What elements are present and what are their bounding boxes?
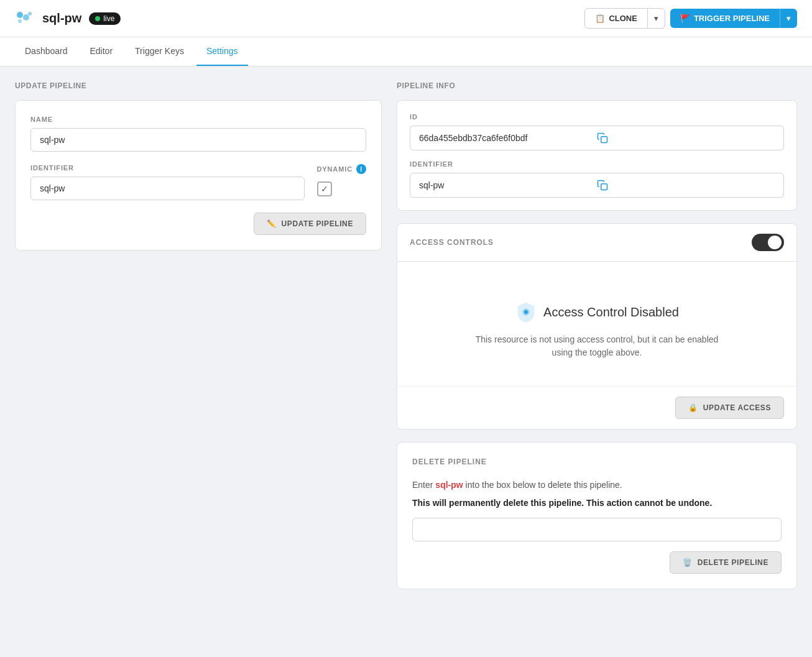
delete-pipeline-desc: Enter sql-pw into the box below to delet… xyxy=(412,479,782,492)
dynamic-field-group: DYNAMIC i ✓ xyxy=(317,164,367,196)
delete-pipeline-label: DELETE PIPELINE xyxy=(698,558,768,567)
access-controls-title: ACCESS CONTROLS xyxy=(410,238,494,247)
clone-button[interactable]: 📋 CLONE xyxy=(585,9,648,28)
update-pipeline-label: UPDATE PIPELINE xyxy=(282,219,353,228)
pipeline-identifier-value-row: sql-pw xyxy=(410,173,784,198)
trash-icon: 🗑️ xyxy=(683,558,693,567)
pipeline-id-label: ID xyxy=(410,113,784,121)
tab-dashboard[interactable]: Dashboard xyxy=(15,37,78,66)
access-disabled-icon-row: Access Control Disabled xyxy=(515,301,679,323)
dynamic-label: DYNAMIC i xyxy=(317,164,367,174)
left-panel: UPDATE PIPELINE NAME IDENTIFIER DYNAMIC … xyxy=(15,81,382,640)
chevron-down-icon-trigger: ▾ xyxy=(787,14,791,23)
trigger-pipeline-button[interactable]: 🚩 TRIGGER PIPELINE xyxy=(670,9,780,28)
pipeline-info-section: PIPELINE INFO ID 66da455ebdb37ca6fe6f0bd… xyxy=(397,81,797,211)
clone-label: CLONE xyxy=(609,14,637,23)
name-field-group: NAME xyxy=(30,116,366,152)
dynamic-checkbox[interactable]: ✓ xyxy=(317,181,332,196)
edit-icon: ✏️ xyxy=(267,219,277,228)
app-title: sql-pw xyxy=(42,11,81,25)
live-label: live xyxy=(103,14,114,23)
identifier-field-group: IDENTIFIER xyxy=(30,164,305,200)
pipeline-identifier-label: IDENTIFIER xyxy=(410,160,784,168)
pipeline-identifier-value: sql-pw xyxy=(419,180,597,190)
pipeline-id-field: ID 66da455ebdb37ca6fe6f0bdf xyxy=(410,113,784,150)
pipeline-id-value: 66da455ebdb37ca6fe6f0bdf xyxy=(419,133,597,143)
clone-chevron-button[interactable]: ▾ xyxy=(648,9,665,28)
main-content: UPDATE PIPELINE NAME IDENTIFIER DYNAMIC … xyxy=(0,67,812,655)
pipeline-id-value-row: 66da455ebdb37ca6fe6f0bdf xyxy=(410,126,784,150)
live-indicator xyxy=(95,16,100,21)
access-icon: 🔒 xyxy=(688,403,698,412)
toggle-slider xyxy=(752,234,784,251)
pipeline-info-card: ID 66da455ebdb37ca6fe6f0bdf IDENTIFIER xyxy=(397,100,797,211)
header: sql-pw live 📋 CLONE ▾ 🚩 TRIGGER PIPELINE… xyxy=(0,0,812,37)
access-controls-footer: 🔒 UPDATE ACCESS xyxy=(397,386,796,429)
delete-pipeline-button[interactable]: 🗑️ DELETE PIPELINE xyxy=(670,551,782,574)
delete-pipeline-section: DELETE PIPELINE Enter sql-pw into the bo… xyxy=(397,442,797,589)
access-controls-body: Access Control Disabled This resource is… xyxy=(397,262,796,386)
live-badge: live xyxy=(89,12,121,25)
update-access-label: UPDATE ACCESS xyxy=(703,403,771,412)
header-left: sql-pw live xyxy=(15,9,121,29)
header-right: 📋 CLONE ▾ 🚩 TRIGGER PIPELINE ▾ xyxy=(584,8,797,29)
access-disabled-desc: This resource is not using access contro… xyxy=(473,333,721,359)
svg-point-1 xyxy=(23,14,29,21)
nav-tabs: Dashboard Editor Trigger Keys Settings xyxy=(0,37,812,67)
trigger-chevron-button[interactable]: ▾ xyxy=(780,9,797,28)
access-controls-header: ACCESS CONTROLS xyxy=(397,224,796,262)
update-pipeline-footer: ✏️ UPDATE PIPELINE xyxy=(30,213,366,235)
check-icon: ✓ xyxy=(321,184,328,194)
svg-rect-5 xyxy=(601,184,607,190)
shield-icon xyxy=(515,301,537,323)
svg-rect-4 xyxy=(601,137,607,143)
delete-desc-highlight: sql-pw xyxy=(435,480,463,490)
trigger-label: TRIGGER PIPELINE xyxy=(694,14,770,23)
copy-identifier-icon[interactable] xyxy=(597,180,775,191)
svg-point-2 xyxy=(18,19,22,23)
trigger-pipeline-button-group: 🚩 TRIGGER PIPELINE ▾ xyxy=(670,9,797,28)
name-label: NAME xyxy=(30,116,366,123)
svg-point-7 xyxy=(524,310,527,313)
svg-point-0 xyxy=(17,12,23,18)
chevron-down-icon: ▾ xyxy=(654,14,658,23)
tab-settings[interactable]: Settings xyxy=(196,37,248,66)
right-panel: PIPELINE INFO ID 66da455ebdb37ca6fe6f0bd… xyxy=(397,81,797,640)
identifier-input[interactable] xyxy=(30,177,305,200)
update-pipeline-button[interactable]: ✏️ UPDATE PIPELINE xyxy=(254,213,366,235)
update-pipeline-title: UPDATE PIPELINE xyxy=(15,81,382,90)
name-input[interactable] xyxy=(30,128,366,152)
identifier-label: IDENTIFIER xyxy=(30,164,305,172)
update-access-button[interactable]: 🔒 UPDATE ACCESS xyxy=(675,397,784,419)
dynamic-info-icon: i xyxy=(356,164,366,174)
copy-id-icon[interactable] xyxy=(597,132,775,144)
svg-point-3 xyxy=(28,12,32,16)
delete-pipeline-title: DELETE PIPELINE xyxy=(412,457,782,466)
logo-icon xyxy=(15,9,35,29)
identifier-dynamic-row: IDENTIFIER DYNAMIC i ✓ xyxy=(30,164,366,200)
delete-footer: 🗑️ DELETE PIPELINE xyxy=(412,551,782,574)
clone-button-group: 📋 CLONE ▾ xyxy=(584,8,665,29)
delete-confirm-input[interactable] xyxy=(412,518,782,541)
tab-editor[interactable]: Editor xyxy=(80,37,123,66)
pipeline-identifier-field: IDENTIFIER sql-pw xyxy=(410,160,784,198)
access-controls-section: ACCESS CONTROLS Access Control Disabled … xyxy=(397,223,797,430)
delete-desc-suffix: into the box below to delete this pipeli… xyxy=(463,480,622,490)
tab-trigger-keys[interactable]: Trigger Keys xyxy=(125,37,194,66)
pipeline-info-title: PIPELINE INFO xyxy=(397,81,797,90)
access-controls-toggle[interactable] xyxy=(752,234,784,251)
delete-warning: This will permanently delete this pipeli… xyxy=(412,498,782,508)
trigger-icon: 🚩 xyxy=(680,14,690,23)
access-disabled-title: Access Control Disabled xyxy=(543,305,679,319)
update-pipeline-card: NAME IDENTIFIER DYNAMIC i ✓ xyxy=(15,100,382,250)
clone-icon: 📋 xyxy=(595,14,605,23)
delete-desc-prefix: Enter xyxy=(412,480,435,490)
